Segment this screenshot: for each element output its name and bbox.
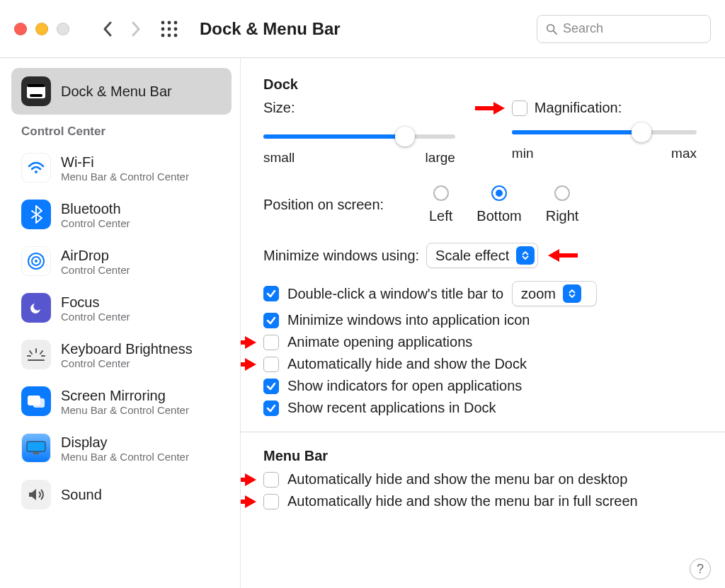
double-click-action-value: zoom	[521, 286, 563, 302]
position-bottom-label: Bottom	[476, 208, 521, 224]
sidebar-item-sub: Menu Bar & Control Center	[61, 451, 189, 463]
content-pane: Dock Size: small large Magnifica	[241, 58, 725, 588]
toolbar: Dock & Menu Bar	[0, 0, 725, 58]
sidebar-item-label: Dock & Menu Bar	[61, 83, 172, 100]
svg-marker-31	[548, 249, 559, 262]
auto-hide-dock-checkbox[interactable]	[263, 357, 279, 372]
double-click-checkbox[interactable]	[263, 286, 279, 301]
minimize-effect-value: Scale effect	[435, 248, 516, 264]
sound-icon	[21, 480, 51, 509]
annotation-arrow-icon	[241, 357, 256, 372]
sidebar: Dock & Menu Bar Control Center Wi-Fi Men…	[0, 58, 241, 588]
svg-point-4	[168, 27, 171, 30]
size-slider[interactable]	[263, 134, 455, 139]
position-left-radio[interactable]: Left	[429, 185, 452, 224]
zoom-window-button[interactable]	[57, 23, 69, 35]
sidebar-item-label: Bluetooth	[61, 200, 130, 217]
svg-point-14	[35, 171, 38, 173]
position-label: Position on screen:	[263, 197, 405, 213]
svg-marker-29	[493, 102, 505, 115]
sidebar-item-sub: Menu Bar & Control Center	[61, 171, 189, 183]
mag-min-label: min	[512, 146, 534, 161]
sidebar-section-header: Control Center	[11, 115, 232, 144]
double-click-action-select[interactable]: zoom	[512, 281, 597, 306]
show-indicators-label: Show indicators for open applications	[287, 378, 522, 394]
size-label: Size:	[263, 100, 455, 116]
auto-hide-menubar-desktop-label: Automatically hide and show the menu bar…	[287, 471, 627, 488]
sidebar-item-sub: Control Center	[61, 217, 130, 229]
svg-point-3	[161, 27, 165, 30]
show-recent-checkbox[interactable]	[263, 400, 279, 416]
svg-rect-25	[33, 398, 45, 408]
window-controls	[14, 23, 69, 35]
close-window-button[interactable]	[14, 23, 27, 35]
annotation-arrow-icon	[241, 494, 256, 509]
sidebar-item-sound[interactable]: Sound	[11, 471, 232, 518]
back-button[interactable]	[99, 20, 118, 38]
bluetooth-icon	[21, 200, 51, 229]
auto-hide-dock-label: Automatically hide and show the Dock	[287, 356, 527, 372]
sidebar-item-screen-mirroring[interactable]: Screen Mirroring Menu Bar & Control Cent…	[11, 378, 232, 425]
chevron-up-down-icon	[516, 246, 535, 265]
sidebar-item-bluetooth[interactable]: Bluetooth Control Center	[11, 191, 232, 238]
position-left-label: Left	[429, 208, 452, 224]
annotation-arrow-icon	[548, 248, 579, 263]
auto-hide-menubar-fullscreen-checkbox[interactable]	[263, 494, 279, 509]
menubar-heading: Menu Bar	[263, 448, 697, 464]
double-click-label: Double-click a window's title bar to	[287, 286, 503, 302]
chevron-up-down-icon	[563, 284, 581, 303]
animate-opening-label: Animate opening applications	[287, 334, 472, 350]
sidebar-item-wifi[interactable]: Wi-Fi Menu Bar & Control Center	[11, 144, 232, 191]
display-icon	[21, 433, 51, 463]
sidebar-item-keyboard-brightness[interactable]: Keyboard Brightness Control Center	[11, 331, 232, 378]
forward-button[interactable]	[126, 20, 144, 38]
svg-point-0	[161, 21, 165, 24]
keyboard-brightness-icon	[21, 340, 51, 369]
magnification-slider[interactable]	[512, 130, 697, 134]
svg-marker-33	[245, 336, 256, 349]
sidebar-item-sub: Control Center	[61, 311, 130, 323]
animate-opening-checkbox[interactable]	[263, 335, 279, 350]
search-input[interactable]	[563, 21, 702, 36]
help-button[interactable]: ?	[690, 558, 711, 580]
annotation-arrow-icon	[241, 472, 256, 488]
wifi-icon	[21, 153, 51, 183]
auto-hide-menubar-fullscreen-label: Automatically hide and show the menu bar…	[287, 493, 638, 509]
magnification-checkbox[interactable]	[512, 100, 527, 116]
show-all-preferences-button[interactable]	[160, 20, 178, 38]
section-divider	[241, 432, 725, 432]
position-right-label: Right	[546, 208, 579, 224]
svg-marker-35	[245, 358, 256, 371]
show-recent-label: Show recent applications in Dock	[287, 400, 496, 416]
sidebar-item-label: Display	[61, 434, 189, 451]
minimize-window-button[interactable]	[35, 23, 48, 35]
annotation-arrow-icon	[241, 335, 256, 350]
sidebar-item-airdrop[interactable]: AirDrop Control Center	[11, 238, 232, 284]
sidebar-item-label: Screen Mirroring	[61, 387, 189, 404]
sidebar-item-sub: Control Center	[61, 357, 193, 369]
size-min-label: small	[263, 150, 295, 166]
dock-heading: Dock	[263, 76, 697, 93]
dock-menubar-icon	[21, 76, 51, 106]
magnification-label: Magnification:	[535, 100, 622, 116]
annotation-arrow-icon	[474, 100, 505, 116]
svg-point-2	[174, 21, 178, 24]
svg-point-7	[168, 33, 171, 37]
svg-point-6	[161, 33, 165, 37]
svg-point-5	[174, 27, 178, 30]
search-field[interactable]	[537, 15, 711, 43]
minimize-into-icon-checkbox[interactable]	[263, 313, 279, 328]
position-right-radio[interactable]: Right	[546, 185, 579, 224]
sidebar-item-focus[interactable]: Focus Control Center	[11, 284, 232, 331]
sidebar-item-display[interactable]: Display Menu Bar & Control Center	[11, 425, 232, 471]
show-indicators-checkbox[interactable]	[263, 379, 279, 394]
auto-hide-menubar-desktop-checkbox[interactable]	[263, 472, 279, 488]
screen-mirroring-icon	[21, 386, 51, 416]
svg-rect-27	[33, 452, 39, 454]
sidebar-item-dock-menubar[interactable]: Dock & Menu Bar	[11, 68, 232, 115]
search-icon	[546, 23, 557, 35]
svg-point-8	[174, 33, 178, 37]
mag-max-label: max	[671, 146, 697, 161]
position-bottom-radio[interactable]: Bottom	[476, 185, 521, 224]
minimize-effect-select[interactable]: Scale effect	[426, 243, 538, 268]
